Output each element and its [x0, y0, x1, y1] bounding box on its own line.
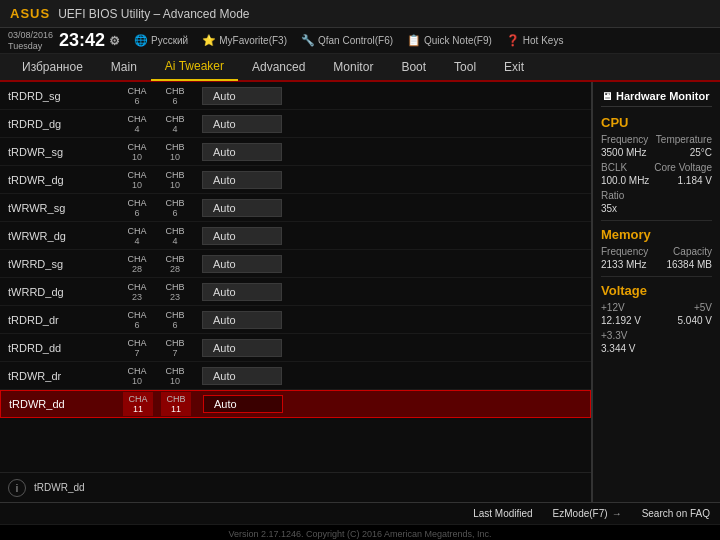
- help-icon: ❓: [506, 34, 520, 47]
- table-row[interactable]: tRDWR_dr CHA10 CHB10 Auto: [0, 362, 591, 390]
- v33-label-row: +3.3V: [601, 330, 712, 341]
- left-panel: tRDRD_sg CHA6 CHB6 Auto tRDRD_dg CHA4 CH…: [0, 82, 592, 502]
- nav-boot[interactable]: Boot: [387, 53, 440, 81]
- ratio-value-row: 35x: [601, 203, 712, 214]
- mem-value-row: 2133 MHz 16384 MB: [601, 259, 712, 270]
- nav-monitor[interactable]: Monitor: [319, 53, 387, 81]
- language-item[interactable]: 🌐 Русский: [134, 34, 188, 47]
- v12-value-row: 12.192 V 5.040 V: [601, 315, 712, 326]
- hw-monitor-title: 🖥 Hardware Monitor: [601, 90, 712, 107]
- date-display: 03/08/2016: [8, 30, 53, 41]
- asus-logo: ASUS: [10, 6, 50, 21]
- search-faq-item[interactable]: Search on FAQ: [642, 508, 710, 519]
- info-text: tRDWR_dd: [34, 482, 85, 493]
- table-row-selected[interactable]: tRDWR_dd CHA11 CHB11 Auto: [0, 390, 591, 418]
- table-row[interactable]: tRDRD_dg CHA4 CHB4 Auto: [0, 110, 591, 138]
- star-icon: ⭐: [202, 34, 216, 47]
- v12-label-row: +12V +5V: [601, 302, 712, 313]
- table-row[interactable]: tWRWR_sg CHA6 CHB6 Auto: [0, 194, 591, 222]
- table-row[interactable]: tWRRD_dg CHA23 CHB23 Auto: [0, 278, 591, 306]
- clock-display: 23:42 ⚙: [59, 30, 120, 51]
- table-row[interactable]: tWRRD_sg CHA28 CHB28 Auto: [0, 250, 591, 278]
- info-bar: i tRDWR_dd: [0, 472, 591, 502]
- note-icon: 📋: [407, 34, 421, 47]
- table-row[interactable]: tRDRD_sg CHA6 CHB6 Auto: [0, 82, 591, 110]
- nav-main[interactable]: Main: [97, 53, 151, 81]
- mem-label-row: Frequency Capacity: [601, 246, 712, 257]
- table-row[interactable]: tRDWR_sg CHA10 CHB10 Auto: [0, 138, 591, 166]
- bios-title: UEFI BIOS Utility – Advanced Mode: [58, 7, 249, 21]
- nav-izbrannoye[interactable]: Избранное: [8, 53, 97, 81]
- cpu-values-row: 3500 MHz 25°C: [601, 147, 712, 158]
- v33-value-row: 3.344 V: [601, 343, 712, 354]
- fan-icon: 🔧: [301, 34, 315, 47]
- nav-exit[interactable]: Exit: [490, 53, 538, 81]
- hotkeys-item[interactable]: ❓ Hot Keys: [506, 34, 564, 47]
- status-bar: 03/08/2016 Tuesday 23:42 ⚙ 🌐 Русский ⭐ M…: [0, 28, 720, 54]
- nav-bar: Избранное Main Ai Tweaker Advanced Monit…: [0, 54, 720, 82]
- myfavorite-item[interactable]: ⭐ MyFavorite(F3): [202, 34, 287, 47]
- monitor-icon: 🖥: [601, 90, 612, 102]
- main-area: tRDRD_sg CHA6 CHB6 Auto tRDRD_dg CHA4 CH…: [0, 82, 720, 502]
- voltage-section-title: Voltage: [601, 283, 712, 298]
- arrow-icon: →: [612, 508, 622, 519]
- bclk-label-row: BCLK Core Voltage: [601, 162, 712, 173]
- nav-ai-tweaker[interactable]: Ai Tweaker: [151, 53, 238, 81]
- nav-tool[interactable]: Tool: [440, 53, 490, 81]
- cpu-section-title: CPU: [601, 115, 712, 130]
- quicknote-item[interactable]: 📋 Quick Note(F9): [407, 34, 492, 47]
- memory-section-title: Memory: [601, 227, 712, 242]
- footer-bar: Version 2.17.1246. Copyright (C) 2016 Am…: [0, 524, 720, 540]
- globe-icon: 🌐: [134, 34, 148, 47]
- settings-icon[interactable]: ⚙: [109, 34, 120, 48]
- ratio-label-row: Ratio: [601, 190, 712, 201]
- footer-text: Version 2.17.1246. Copyright (C) 2016 Am…: [228, 529, 491, 539]
- qfan-item[interactable]: 🔧 Qfan Control(F6): [301, 34, 393, 47]
- table-row[interactable]: tWRWR_dg CHA4 CHB4 Auto: [0, 222, 591, 250]
- table-row[interactable]: tRDWR_dg CHA10 CHB10 Auto: [0, 166, 591, 194]
- day-display: Tuesday: [8, 41, 53, 52]
- last-modified-item: Last Modified: [473, 508, 532, 519]
- settings-table: tRDRD_sg CHA6 CHB6 Auto tRDRD_dg CHA4 CH…: [0, 82, 591, 472]
- table-row[interactable]: tRDRD_dd CHA7 CHB7 Auto: [0, 334, 591, 362]
- cpu-frequency-row: Frequency Temperature: [601, 134, 712, 145]
- bottom-bar: Last Modified EzMode(F7) → Search on FAQ: [0, 502, 720, 524]
- nav-advanced[interactable]: Advanced: [238, 53, 319, 81]
- table-row[interactable]: tRDRD_dr CHA6 CHB6 Auto: [0, 306, 591, 334]
- hardware-monitor-panel: 🖥 Hardware Monitor CPU Frequency Tempera…: [592, 82, 720, 502]
- info-icon: i: [8, 479, 26, 497]
- bclk-value-row: 100.0 MHz 1.184 V: [601, 175, 712, 186]
- ez-mode-item[interactable]: EzMode(F7) →: [553, 508, 622, 519]
- top-bar: ASUS UEFI BIOS Utility – Advanced Mode: [0, 0, 720, 28]
